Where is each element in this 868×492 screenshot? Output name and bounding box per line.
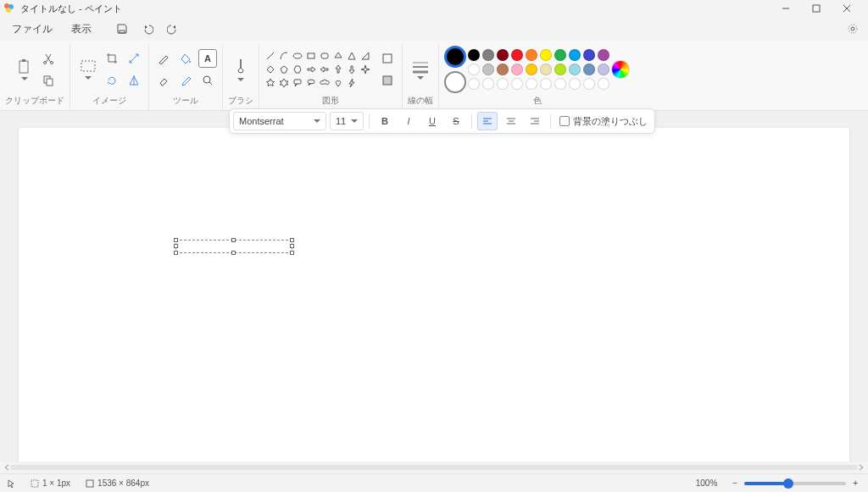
select-button[interactable] <box>75 51 101 88</box>
scroll-right-icon[interactable] <box>858 464 865 471</box>
shape-triangle[interactable] <box>346 50 358 62</box>
redo-button[interactable] <box>161 19 185 39</box>
resize-handle[interactable] <box>174 244 178 248</box>
palette-swatch[interactable] <box>511 64 523 75</box>
resize-handle[interactable] <box>290 251 294 255</box>
palette-swatch[interactable] <box>569 78 581 90</box>
shape-curve[interactable] <box>278 50 290 62</box>
color-1[interactable] <box>444 46 466 68</box>
zoom-out-button[interactable]: − <box>729 478 741 488</box>
align-center-button[interactable] <box>501 112 521 130</box>
bold-button[interactable]: B <box>375 112 395 130</box>
shape-heart[interactable] <box>332 77 344 89</box>
canvas[interactable] <box>19 128 849 462</box>
color-2[interactable] <box>444 71 466 93</box>
underline-button[interactable]: U <box>422 112 442 130</box>
rotate-button[interactable] <box>103 71 121 90</box>
palette-swatch[interactable] <box>482 78 494 90</box>
magnifier-tool[interactable] <box>198 71 217 90</box>
fill-tool[interactable] <box>176 49 195 68</box>
palette-swatch[interactable] <box>583 49 595 61</box>
shape-callout-oval[interactable] <box>305 77 317 89</box>
shape-line[interactable] <box>264 50 276 62</box>
edit-colors-button[interactable] <box>611 60 630 79</box>
resize-button[interactable] <box>125 49 143 68</box>
strikethrough-button[interactable]: S <box>446 112 466 130</box>
eraser-tool[interactable] <box>154 71 173 90</box>
resize-handle[interactable] <box>174 251 178 255</box>
palette-swatch[interactable] <box>511 78 523 90</box>
palette-swatch[interactable] <box>583 64 595 75</box>
close-button[interactable] <box>836 1 858 16</box>
shape-hexagon[interactable] <box>292 64 303 75</box>
resize-handle[interactable] <box>231 238 236 242</box>
text-tool[interactable]: A <box>198 49 217 68</box>
palette-swatch[interactable] <box>554 64 566 75</box>
shape-pentagon[interactable] <box>278 64 290 75</box>
shape-arrow-r[interactable] <box>305 64 317 75</box>
shape-callout-cloud[interactable] <box>319 77 331 89</box>
copy-button[interactable] <box>39 71 58 90</box>
shape-arrow-u[interactable] <box>332 64 344 75</box>
flip-button[interactable] <box>125 71 143 90</box>
align-left-button[interactable] <box>477 112 498 130</box>
minimize-button[interactable] <box>775 1 797 16</box>
palette-swatch[interactable] <box>511 49 523 61</box>
palette-swatch[interactable] <box>468 64 480 75</box>
save-button[interactable] <box>110 19 134 39</box>
scroll-left-icon[interactable] <box>3 464 10 471</box>
shape-fill-button[interactable] <box>378 71 397 90</box>
pencil-tool[interactable] <box>154 49 173 68</box>
shape-6star[interactable] <box>278 77 290 89</box>
palette-swatch[interactable] <box>526 64 537 75</box>
resize-handle[interactable] <box>290 238 294 242</box>
shapes-gallery[interactable] <box>264 50 371 89</box>
shape-oval[interactable] <box>292 50 303 62</box>
palette-swatch[interactable] <box>598 64 609 75</box>
shape-outline-button[interactable] <box>378 49 397 68</box>
maximize-button[interactable] <box>805 1 827 16</box>
font-family-select[interactable]: Montserrat <box>233 112 326 130</box>
shape-roundrect[interactable] <box>319 50 331 62</box>
menu-view[interactable]: 表示 <box>63 19 100 40</box>
text-box-selection[interactable] <box>175 240 292 253</box>
palette-swatch[interactable] <box>569 64 581 75</box>
zoom-slider[interactable] <box>744 482 846 485</box>
shape-callout-rect[interactable] <box>292 77 303 89</box>
shape-arrow-d[interactable] <box>346 64 358 75</box>
palette-swatch[interactable] <box>540 78 552 90</box>
palette-swatch[interactable] <box>583 78 595 90</box>
shape-lightning[interactable] <box>346 77 358 89</box>
palette-swatch[interactable] <box>569 49 581 61</box>
shape-diamond[interactable] <box>264 64 276 75</box>
palette-swatch[interactable] <box>526 49 537 61</box>
resize-handle[interactable] <box>290 244 294 248</box>
brushes-button[interactable] <box>228 51 253 88</box>
fill-background-checkbox[interactable]: 背景の塗りつぶし <box>556 115 651 128</box>
palette-swatch[interactable] <box>482 49 494 61</box>
palette-swatch[interactable] <box>497 64 509 75</box>
palette-swatch[interactable] <box>554 78 566 90</box>
paste-button[interactable] <box>12 51 37 88</box>
palette-swatch[interactable] <box>540 49 552 61</box>
align-right-button[interactable] <box>525 112 545 130</box>
font-size-select[interactable]: 11 <box>330 112 364 130</box>
palette-swatch[interactable] <box>468 78 480 90</box>
resize-handle[interactable] <box>174 238 178 242</box>
picker-tool[interactable] <box>176 71 195 90</box>
stroke-width-button[interactable] <box>408 51 433 88</box>
palette-swatch[interactable] <box>598 49 609 61</box>
crop-button[interactable] <box>103 49 121 68</box>
palette-swatch[interactable] <box>526 78 537 90</box>
menu-file[interactable]: ファイル <box>3 19 61 40</box>
shape-polygon[interactable] <box>332 50 344 62</box>
palette-swatch[interactable] <box>497 78 509 90</box>
shape-4star[interactable] <box>359 64 371 75</box>
palette-swatch[interactable] <box>540 64 552 75</box>
shape-rect[interactable] <box>305 50 317 62</box>
shape-arrow-l[interactable] <box>319 64 331 75</box>
cut-button[interactable] <box>39 49 58 68</box>
palette-swatch[interactable] <box>482 64 494 75</box>
shape-right-triangle[interactable] <box>359 50 371 62</box>
palette-swatch[interactable] <box>554 49 566 61</box>
